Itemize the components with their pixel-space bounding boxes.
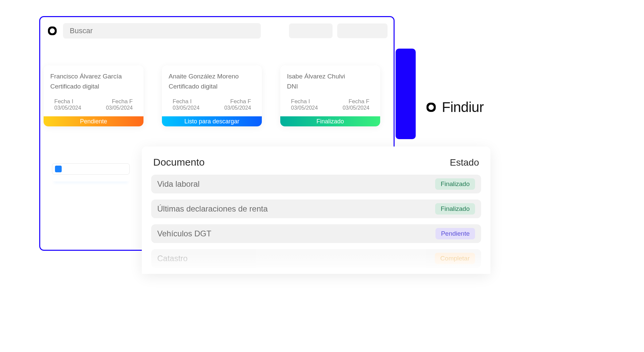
status-badge: Finalizado [435,203,475,215]
checkbox-icon[interactable] [55,166,62,172]
end-date-label: Fecha F [343,98,369,105]
client-card[interactable]: Francisco Álvarez García Certificado dig… [44,65,143,126]
status-badge: Pendiente [44,116,143,126]
brand-logo-icon [425,101,437,113]
cards-row: Francisco Álvarez García Certificado dig… [44,65,380,126]
brand-name: Findiur [442,99,484,115]
status-badge: Finalizado [280,116,380,126]
document-title: Vida laboral [157,179,199,189]
end-date-label: Fecha F [106,98,133,105]
start-date-label: Fecha I [291,98,318,105]
client-name: Anaite González Moreno [169,73,255,80]
status-badge: Pendiente [435,228,475,239]
topbar-action-2[interactable] [337,23,388,38]
topbar-action-1[interactable] [289,23,333,38]
start-date-value: 03/05/2024 [291,105,318,111]
document-row[interactable]: Catastro Completar [151,249,481,268]
end-date-label: Fecha F [224,98,251,105]
client-name: Isabe Álvarez Chulvi [287,73,373,80]
brand: Findiur [425,99,484,115]
app-logo-icon [46,25,58,37]
client-card[interactable]: Anaite González Moreno Certificado digit… [162,65,262,126]
mini-form-preview [52,163,130,183]
document-title: Vehículos DGT [157,229,211,238]
client-doc-type: Certificado digital [169,83,255,90]
svg-point-3 [428,105,434,110]
column-header-state: Estado [450,157,479,168]
column-header-document: Documento [153,157,204,168]
status-badge: Listo para descargar [162,116,262,126]
end-date-value: 03/05/2024 [343,105,369,111]
svg-point-1 [50,28,55,34]
client-card[interactable]: Isabe Álvarez Chulvi DNI Fecha I 03/05/2… [280,65,380,126]
mini-form-row[interactable] [52,163,130,175]
document-row[interactable]: Vehículos DGT Pendiente [151,224,481,243]
end-date-value: 03/05/2024 [106,105,133,111]
start-date-label: Fecha I [54,98,81,105]
document-title: Catastro [157,254,188,263]
search-input[interactable] [63,23,261,39]
status-badge: Completar [435,253,475,264]
client-doc-type: DNI [287,83,373,90]
end-date-value: 03/05/2024 [224,105,251,111]
status-badge: Finalizado [435,178,475,190]
client-doc-type: Certificado digital [50,83,137,90]
document-title: Últimas declaraciones de renta [157,204,268,214]
start-date-value: 03/05/2024 [54,105,81,111]
topbar [46,23,388,39]
decorative-blue-block [396,49,416,139]
start-date-value: 03/05/2024 [173,105,199,111]
client-name: Francisco Álvarez García [50,73,137,80]
start-date-label: Fecha I [173,98,199,105]
document-row[interactable]: Vida laboral Finalizado [151,175,481,193]
documents-panel: Documento Estado Vida laboral Finalizado… [142,146,490,274]
document-row[interactable]: Últimas declaraciones de renta Finalizad… [151,199,481,218]
mini-form-row-shadow [52,177,130,181]
